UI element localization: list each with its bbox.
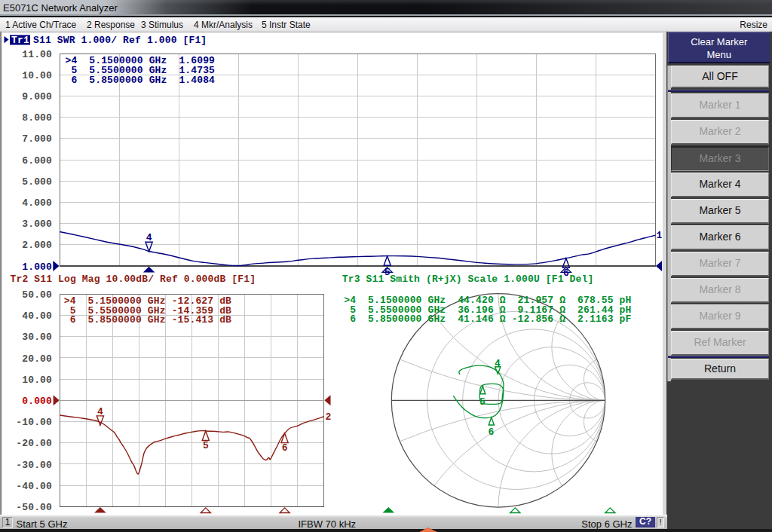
svg-text:6: 6 <box>282 442 288 454</box>
svg-text:Tr1: Tr1 <box>11 35 29 46</box>
svg-text:6.000: 6.000 <box>22 155 52 167</box>
svg-text:10.00: 10.00 <box>22 70 52 81</box>
svg-text:3.000: 3.000 <box>22 219 52 230</box>
svg-text:2: 2 <box>326 411 332 423</box>
svg-text:-20.00: -20.00 <box>16 438 52 449</box>
svg-text:6 5.8500000 GHz -15.413 dB: 6 5.8500000 GHz -15.413 dB <box>64 314 231 326</box>
svg-text:S11 SWR 1.000/ Ref 1.000 [F1]: S11 SWR 1.000/ Ref 1.000 [F1] <box>33 35 207 46</box>
svg-text:10.00: 10.00 <box>22 375 52 386</box>
svg-text:4.000: 4.000 <box>22 197 52 209</box>
svg-text:5: 5 <box>479 396 486 408</box>
svg-text:-30.00: -30.00 <box>16 460 52 471</box>
svg-text:Tr2 S11 Log Mag 10.00dB/ Ref 0: Tr2 S11 Log Mag 10.00dB/ Ref 0.000dB [F1… <box>11 274 256 285</box>
svg-text:9.000: 9.000 <box>22 91 52 102</box>
svg-text:7.000: 7.000 <box>22 133 52 145</box>
svg-text:6 5.8500000 GHz 41.146 Ω -12: 6 5.8500000 GHz 41.146 Ω -12.856 Ω 2.116… <box>344 313 631 325</box>
svg-text:11.00: 11.00 <box>22 49 52 60</box>
svg-text:1: 1 <box>657 230 663 241</box>
svg-text:-50.00: -50.00 <box>16 502 52 513</box>
svg-text:2.000: 2.000 <box>22 240 52 251</box>
svg-text:-40.00: -40.00 <box>16 481 52 492</box>
svg-text:Tr3 S11 Smith (R+jX) Scale 1.0: Tr3 S11 Smith (R+jX) Scale 1.000U [F1 De… <box>342 274 594 285</box>
svg-text:0.000: 0.000 <box>22 396 52 407</box>
svg-text:40.00: 40.00 <box>22 310 52 322</box>
svg-text:30.00: 30.00 <box>22 332 52 343</box>
svg-text:6 5.8500000 GHz 1.4084: 6 5.8500000 GHz 1.4084 <box>66 75 216 86</box>
svg-text:50.00: 50.00 <box>22 289 52 301</box>
svg-text:6: 6 <box>489 427 495 438</box>
svg-text:1.000: 1.000 <box>22 261 52 273</box>
svg-text:5.000: 5.000 <box>22 176 52 188</box>
svg-text:8.000: 8.000 <box>22 112 52 124</box>
svg-text:-10.00: -10.00 <box>16 417 52 428</box>
svg-text:5: 5 <box>203 440 209 451</box>
svg-text:20.00: 20.00 <box>22 353 52 365</box>
